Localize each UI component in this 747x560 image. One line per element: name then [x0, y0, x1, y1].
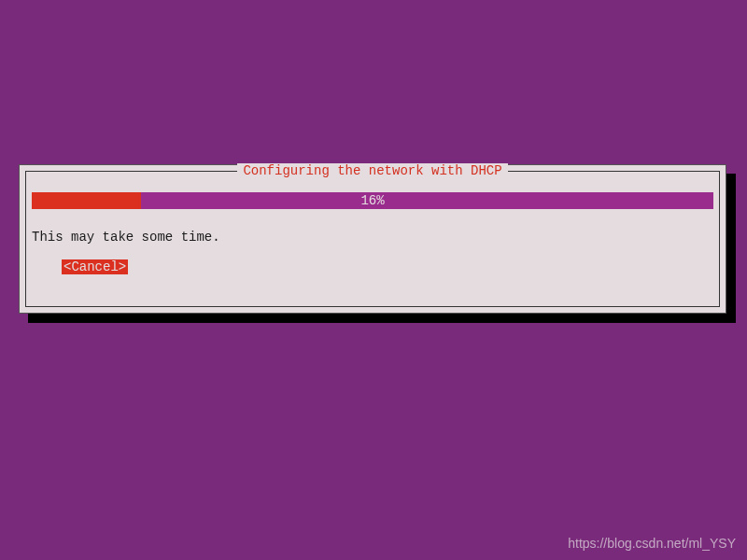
progress-bar: 16% — [32, 192, 713, 209]
cancel-button[interactable]: <Cancel> — [62, 259, 128, 274]
dhcp-config-dialog: Configuring the network with DHCP 16% Th… — [19, 164, 726, 314]
watermark: https://blog.csdn.net/ml_YSY — [568, 536, 736, 551]
status-message: This may take some time. — [32, 230, 220, 245]
dialog-border: Configuring the network with DHCP 16% Th… — [25, 171, 720, 307]
progress-label: 16% — [32, 192, 713, 209]
dialog-title: Configuring the network with DHCP — [237, 163, 507, 178]
